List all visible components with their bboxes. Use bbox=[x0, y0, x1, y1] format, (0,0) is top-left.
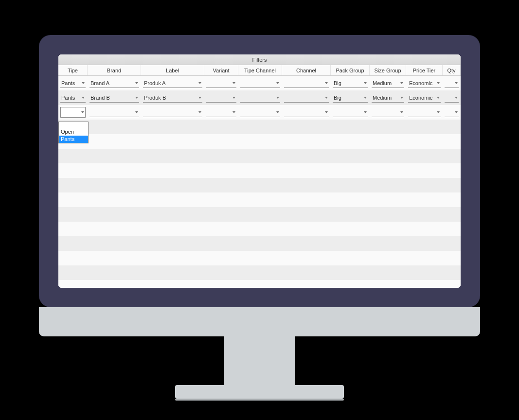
col-header-variant[interactable]: Variant bbox=[204, 65, 238, 75]
chevron-down-icon bbox=[233, 111, 235, 113]
chevron-down-icon bbox=[276, 82, 279, 84]
col-header-channel[interactable]: Channel bbox=[282, 65, 331, 75]
col-header-sizegroup[interactable]: Size Group bbox=[370, 65, 406, 75]
application-screen: Filters Tipe Brand Label Variant Tipe Ch… bbox=[58, 54, 461, 288]
select-value: Produk A bbox=[144, 80, 166, 86]
label-select[interactable]: Produk A bbox=[143, 78, 202, 88]
sizegroup-select[interactable]: Medium bbox=[372, 93, 404, 103]
select-value: Pants bbox=[61, 95, 75, 101]
chevron-down-icon bbox=[276, 97, 279, 99]
brand-select[interactable] bbox=[89, 107, 139, 117]
variant-select[interactable] bbox=[206, 78, 236, 88]
filter-row bbox=[58, 105, 461, 120]
select-value: Medium bbox=[373, 95, 392, 101]
chevron-down-icon bbox=[276, 111, 279, 113]
select-value: Brand A bbox=[90, 80, 109, 86]
channel-select[interactable] bbox=[284, 107, 329, 117]
packgroup-select[interactable]: Big bbox=[333, 93, 368, 103]
packgroup-select[interactable]: Big bbox=[333, 78, 368, 88]
packgroup-select[interactable] bbox=[333, 107, 368, 117]
tipechannel-select[interactable] bbox=[240, 78, 280, 88]
chevron-down-icon bbox=[135, 82, 138, 84]
variant-select[interactable] bbox=[206, 93, 236, 103]
col-header-tipechannel[interactable]: Tipe Channel bbox=[238, 65, 282, 75]
select-value: Economic bbox=[409, 95, 432, 101]
tipechannel-select[interactable] bbox=[240, 93, 280, 103]
col-header-tipe[interactable]: Tipe bbox=[58, 65, 88, 75]
tipe-select[interactable]: Pants bbox=[60, 78, 86, 88]
chevron-down-icon bbox=[233, 97, 235, 99]
chevron-down-icon bbox=[455, 97, 458, 99]
qty-select[interactable] bbox=[445, 107, 459, 117]
chevron-down-icon bbox=[82, 82, 85, 84]
select-value: Medium bbox=[373, 80, 392, 86]
chevron-down-icon bbox=[233, 82, 235, 84]
monitor-frame: Filters Tipe Brand Label Variant Tipe Ch… bbox=[39, 35, 480, 307]
data-rows-container: Pants Brand A Produk A Big Medium Econom… bbox=[58, 76, 461, 120]
pricetier-select[interactable]: Economic bbox=[408, 78, 441, 88]
monitor-base bbox=[175, 385, 344, 399]
label-select[interactable]: Produk B bbox=[143, 93, 202, 103]
qty-select[interactable] bbox=[445, 78, 459, 88]
pricetier-select[interactable]: Economic bbox=[408, 93, 441, 103]
col-header-brand[interactable]: Brand bbox=[88, 65, 141, 75]
col-header-packgroup[interactable]: Pack Group bbox=[331, 65, 370, 75]
chevron-down-icon bbox=[82, 97, 85, 99]
chevron-down-icon bbox=[364, 111, 367, 113]
chevron-down-icon bbox=[437, 111, 440, 113]
column-header-row: Tipe Brand Label Variant Tipe Channel Ch… bbox=[58, 65, 461, 76]
tipe-dropdown-list[interactable]: Open Pants bbox=[58, 122, 89, 143]
chevron-down-icon bbox=[437, 82, 440, 84]
chevron-down-icon bbox=[437, 97, 440, 99]
col-header-qty[interactable]: Qty bbox=[443, 65, 461, 75]
tipe-select[interactable]: Pants bbox=[60, 93, 86, 103]
brand-select[interactable]: Brand A bbox=[89, 78, 139, 88]
chevron-down-icon bbox=[325, 111, 328, 113]
pricetier-select[interactable] bbox=[408, 107, 441, 117]
chevron-down-icon bbox=[135, 111, 138, 113]
chevron-down-icon bbox=[400, 97, 403, 99]
chevron-down-icon bbox=[400, 82, 403, 84]
col-header-pricetier[interactable]: Price Tier bbox=[406, 65, 443, 75]
filter-row: Pants Brand A Produk A Big Medium Econom… bbox=[58, 76, 461, 90]
chevron-down-icon bbox=[135, 97, 138, 99]
chevron-down-icon bbox=[455, 111, 458, 113]
select-value: Pants bbox=[61, 80, 75, 86]
select-value: Produk B bbox=[144, 95, 166, 101]
channel-select[interactable] bbox=[284, 93, 329, 103]
filter-row: Pants Brand B Produk B Big Medium Econom… bbox=[58, 90, 461, 105]
monitor-neck bbox=[224, 336, 295, 390]
qty-select[interactable] bbox=[445, 93, 459, 103]
filters-panel-title: Filters bbox=[58, 54, 461, 65]
channel-select[interactable] bbox=[284, 78, 329, 88]
tipechannel-select[interactable] bbox=[240, 107, 280, 117]
select-value: Brand B bbox=[90, 95, 110, 101]
col-header-label[interactable]: Label bbox=[141, 65, 204, 75]
select-value: Economic bbox=[409, 80, 432, 86]
chevron-down-icon bbox=[325, 97, 328, 99]
label-select[interactable] bbox=[143, 107, 202, 117]
grid-body: Pants Brand A Produk A Big Medium Econom… bbox=[58, 76, 461, 288]
chevron-down-icon bbox=[364, 82, 367, 84]
sizegroup-select[interactable]: Medium bbox=[372, 78, 404, 88]
brand-select[interactable]: Brand B bbox=[89, 93, 139, 103]
chevron-down-icon bbox=[455, 82, 458, 84]
dropdown-option[interactable]: Pants bbox=[59, 136, 88, 143]
chevron-down-icon bbox=[198, 111, 201, 113]
sizegroup-select[interactable] bbox=[372, 107, 404, 117]
select-value: Big bbox=[334, 80, 341, 86]
chevron-down-icon bbox=[198, 97, 201, 99]
chevron-down-icon bbox=[81, 111, 84, 113]
chevron-down-icon bbox=[400, 111, 403, 113]
chevron-down-icon bbox=[325, 82, 328, 84]
chevron-down-icon bbox=[198, 82, 201, 84]
select-value: Big bbox=[334, 95, 341, 101]
chevron-down-icon bbox=[364, 97, 367, 99]
monitor-chin bbox=[39, 307, 480, 336]
tipe-select[interactable] bbox=[60, 107, 86, 118]
dropdown-option[interactable] bbox=[59, 122, 88, 128]
dropdown-option[interactable]: Open bbox=[59, 128, 88, 136]
variant-select[interactable] bbox=[206, 107, 236, 117]
